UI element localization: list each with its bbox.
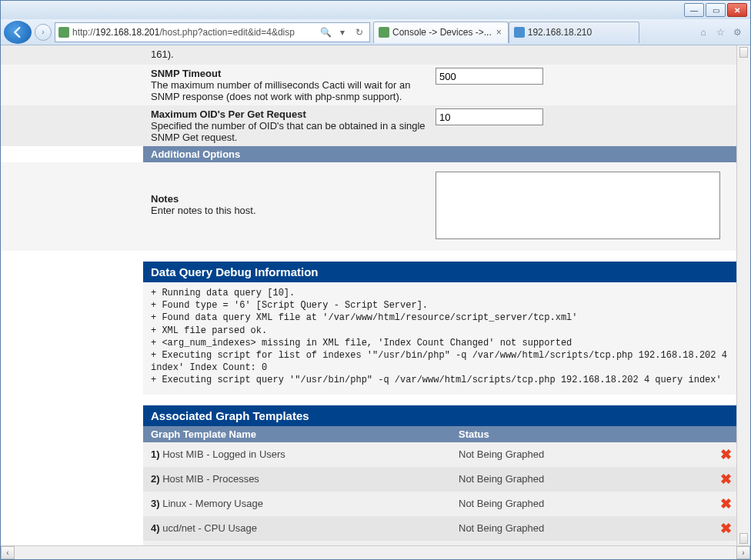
table-row: 3) Linux - Memory UsageNot Being Graphed… xyxy=(143,492,739,516)
cell-name: 4) ucd/net - CPU Usage xyxy=(151,522,459,534)
favorites-icon[interactable]: ☆ xyxy=(713,25,727,39)
page-scroll[interactable]: 161). SNMP Timeout The maximum number of… xyxy=(1,45,750,545)
table-row: 1) Host MIB - Logged in UsersNot Being G… xyxy=(143,442,739,467)
url-scheme: http:// xyxy=(72,27,95,38)
title: SNMP Timeout xyxy=(151,68,221,79)
row-max-oids: Maximum OID's Per Get Request Specified … xyxy=(1,105,739,146)
close-button[interactable]: ✕ xyxy=(727,3,747,17)
toolbar-icons: ⌂ ☆ ⚙ xyxy=(693,25,747,39)
gear-icon[interactable]: ⚙ xyxy=(730,25,744,39)
url-text: http://192.168.18.201/host.php?action=ed… xyxy=(72,27,315,38)
maximize-button[interactable]: ▭ xyxy=(706,3,726,17)
input-max-oids[interactable] xyxy=(436,108,543,125)
table-row: 4) ucd/net - CPU UsageNot Being Graphed✖ xyxy=(143,516,739,541)
url-host: 192.168.18.201 xyxy=(95,27,159,38)
input-snmp-timeout[interactable] xyxy=(436,68,543,85)
tab-console-devices[interactable]: Console -> Devices ->... × xyxy=(373,22,509,43)
back-button[interactable] xyxy=(4,21,32,44)
title: Maximum OID's Per Get Request xyxy=(151,108,306,120)
title: Notes xyxy=(151,193,179,205)
cacti-icon xyxy=(379,27,389,38)
cell-status: Not Being Graphed xyxy=(459,448,713,460)
tab-ip-address[interactable]: 192.168.18.210 xyxy=(509,22,639,43)
scroll-left-icon[interactable]: ‹ xyxy=(1,546,15,559)
page-icon xyxy=(514,27,525,38)
delete-icon[interactable]: ✖ xyxy=(720,472,732,487)
cell-name: 1) Host MIB - Logged in Users xyxy=(151,448,459,460)
browser-navbar: › http://192.168.18.201/host.php?action=… xyxy=(1,19,750,45)
label-snmp-timeout: SNMP Timeout The maximum number of milli… xyxy=(151,68,436,102)
scroll-right-icon[interactable]: › xyxy=(736,546,750,559)
label-max-oids: Maximum OID's Per Get Request Specified … xyxy=(151,108,436,143)
header-debug-info: Data Query Debug Information xyxy=(143,262,739,282)
arrow-left-icon xyxy=(11,25,25,39)
graph-rows: 1) Host MIB - Logged in UsersNot Being G… xyxy=(1,442,739,546)
prev-row-tail: 161). xyxy=(151,48,174,60)
forward-button[interactable]: › xyxy=(35,24,52,41)
horizontal-scrollbar[interactable]: ‹ › xyxy=(1,545,750,559)
tab-label: 192.168.18.210 xyxy=(528,27,592,38)
window-titlebar: — ▭ ✕ xyxy=(1,1,750,19)
cell-status: Not Being Graphed xyxy=(459,473,713,485)
col-status: Status xyxy=(459,428,732,440)
spacer xyxy=(143,251,739,262)
spacer xyxy=(143,395,739,405)
label-notes: Notes Enter notes to this host. xyxy=(151,172,436,242)
textarea-notes[interactable] xyxy=(436,172,720,239)
delete-icon[interactable]: ✖ xyxy=(720,496,732,512)
tab-strip: Console -> Devices ->... × 192.168.18.21… xyxy=(373,22,690,43)
header-additional-options: Additional Options xyxy=(143,146,739,162)
cell-name: 2) Host MIB - Processes xyxy=(151,473,459,485)
vertical-scrollbar[interactable] xyxy=(736,45,750,545)
tab-label: Console -> Devices ->... xyxy=(392,27,492,38)
desc: Enter notes to this host. xyxy=(151,205,256,216)
browser-window: — ▭ ✕ › http://192.168.18.201/host.php?a… xyxy=(0,0,751,560)
cell-name: 3) Linux - Memory Usage xyxy=(151,498,459,509)
row-notes: Notes Enter notes to this host. xyxy=(1,162,739,251)
desc: The maximum number of milliseconds Cacti… xyxy=(151,79,410,102)
content-area: 161). SNMP Timeout The maximum number of… xyxy=(1,45,750,559)
address-bar[interactable]: http://192.168.18.201/host.php?action=ed… xyxy=(55,22,370,42)
desc: Specified the number of OID's that can b… xyxy=(151,120,426,143)
header-associated-graph-templates: Associated Graph Templates xyxy=(143,405,739,426)
cell-status: Not Being Graphed xyxy=(459,498,713,509)
site-icon xyxy=(58,27,69,38)
col-graph-template-name: Graph Template Name xyxy=(151,428,459,440)
home-icon[interactable]: ⌂ xyxy=(696,25,710,39)
url-path: /host.php?action=edit&id=4&disp xyxy=(159,27,294,38)
search-icon[interactable]: 🔍 xyxy=(319,25,332,39)
refresh-icon[interactable]: ↻ xyxy=(352,25,366,39)
debug-output: + Running data query [10]. + Found type … xyxy=(143,282,739,395)
graph-table-header: Graph Template Name Status xyxy=(143,426,739,442)
scroll-track[interactable] xyxy=(15,546,736,559)
delete-icon[interactable]: ✖ xyxy=(720,447,732,462)
minimize-button[interactable]: — xyxy=(684,3,704,17)
page-content: 161). SNMP Timeout The maximum number of… xyxy=(1,45,739,545)
row-snmp-timeout: SNMP Timeout The maximum number of milli… xyxy=(1,65,739,105)
truncated-prev-row: 161). xyxy=(1,45,739,65)
cell-status: Not Being Graphed xyxy=(459,522,713,534)
dropdown-icon[interactable]: ▾ xyxy=(335,25,349,39)
tab-close-icon[interactable]: × xyxy=(495,27,503,38)
table-row: 2) Host MIB - ProcessesNot Being Graphed… xyxy=(143,467,739,492)
delete-icon[interactable]: ✖ xyxy=(720,521,732,536)
